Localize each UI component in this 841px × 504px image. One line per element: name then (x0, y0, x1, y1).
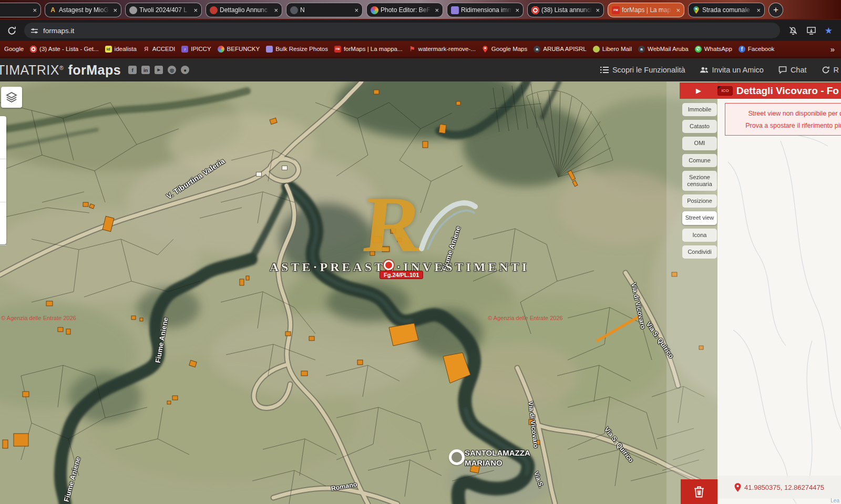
befunky-favicon (371, 6, 378, 14)
bookmark-item[interactable]: ✆WhatsApp (695, 46, 732, 53)
tab-icona[interactable]: Icona (682, 229, 717, 242)
blog-icon[interactable]: ● (181, 66, 189, 74)
browser-tab[interactable]: A Astagest by MioG × (45, 3, 121, 17)
tab-close-icon[interactable]: × (274, 6, 278, 14)
instagram-icon[interactable]: ◎ (168, 66, 176, 74)
bookmark-item[interactable]: (3) Aste - Lista - Get... (30, 46, 98, 53)
copyright-watermark: © Agenzia delle Entrate 2026 (488, 315, 563, 321)
tab-close-icon[interactable]: × (676, 6, 680, 14)
parcel-marker-label: Fg.24/PL.101 (380, 271, 423, 279)
bookmark-item[interactable]: aARUBA APISRL (534, 46, 586, 53)
whatsapp-favicon: ✆ (695, 46, 702, 53)
ipiccy-favicon: ♪ (181, 46, 188, 53)
tab-title: Strada comunale (702, 6, 754, 14)
new-tab-button[interactable]: + (768, 3, 783, 17)
subito-favicon (531, 6, 539, 14)
parcel-marker-pin[interactable] (384, 260, 394, 270)
panel-tab-rail: Immobile Catasto OMI Comune Sezione cens… (682, 103, 717, 262)
poi-circle-marker[interactable] (449, 449, 465, 465)
tab-close-icon[interactable]: × (354, 6, 358, 14)
tab-sezione-censuaria[interactable]: Sezione censuaria (682, 171, 717, 191)
delete-marker-button[interactable] (681, 479, 717, 504)
menu-item-chat[interactable]: Chat (778, 66, 807, 74)
tab-street-view[interactable]: Street view (682, 211, 717, 224)
browser-window: mmobili × A Astagest by MioG × Tivoli 20… (0, 0, 841, 504)
browser-tab[interactable]: Strada comunale × (688, 3, 765, 17)
tab-close-icon[interactable]: × (33, 6, 37, 14)
menu-item-funzionalita[interactable]: Scopri le Funzionalità (600, 66, 685, 74)
bookmark-item[interactable]: ⚑watermark-remove-... (409, 46, 476, 53)
bookmark-item[interactable]: Bulk Resize Photos (266, 46, 328, 53)
bookmark-item[interactable]: Google Maps (482, 46, 527, 53)
tab-comune[interactable]: Comune (682, 154, 717, 167)
tab-close-icon[interactable]: × (596, 6, 600, 14)
reload-icon[interactable] (7, 26, 17, 36)
tab-immobile[interactable]: Immobile (682, 103, 717, 116)
bookmarks-overflow-chevron[interactable]: » (830, 45, 837, 54)
panel-title: Dettagli Vicovaro - Fo (736, 85, 839, 97)
road-marker (282, 166, 288, 170)
list-icon (600, 66, 609, 74)
tab-close-icon[interactable]: × (515, 6, 519, 14)
browser-tab[interactable]: Ridimensiona imm × (447, 3, 524, 17)
browser-tab-active[interactable]: FM forMaps | La map × (608, 3, 684, 17)
bookmark-star-icon[interactable]: ★ (825, 26, 833, 35)
install-app-icon[interactable] (806, 26, 816, 35)
tab-close-icon[interactable]: × (113, 6, 117, 14)
browser-tab[interactable]: mmobili × (0, 3, 41, 17)
bookmark-item[interactable]: aWebMail Aruba (638, 46, 689, 53)
layers-icon (5, 91, 18, 104)
map-toolbar-strip[interactable] (0, 116, 6, 244)
bookmarks-bar: Google (3) Aste - Lista - Get... idideal… (0, 41, 841, 57)
bookmark-item[interactable]: Google (4, 46, 24, 52)
facebook-icon[interactable]: f (128, 66, 137, 74)
tab-title: Ridimensiona imm (461, 6, 513, 14)
formaps-favicon: FM (334, 46, 341, 53)
bookmark-item[interactable]: BEFUNCKY (218, 46, 260, 53)
tab-condividi[interactable]: Condividi (682, 245, 717, 259)
leaflet-attribution-link[interactable]: Lea (830, 498, 839, 503)
notifications-blocked-icon[interactable] (788, 26, 798, 35)
warning-line: Prova a spostare il riferimento più vici… (725, 122, 841, 129)
browser-tab[interactable]: Dettaglio Annunc × (206, 3, 282, 17)
tune-icon[interactable] (30, 27, 38, 35)
tab-omi[interactable]: OMI (682, 137, 717, 150)
linkedin-icon[interactable]: in (141, 66, 150, 74)
panel-collapse-arrow-icon[interactable]: ▶ (680, 87, 717, 95)
browser-tab[interactable]: N × (286, 3, 363, 17)
tab-posizione[interactable]: Posizione (682, 194, 717, 208)
bookmark-item[interactable]: Libero Mail (593, 46, 632, 53)
browser-tab[interactable]: (38) Lista annunci × (527, 3, 604, 17)
address-bar[interactable]: formaps.it (24, 23, 780, 38)
toolbar-actions: ★ (788, 26, 833, 35)
location-pin-icon (734, 483, 741, 492)
bookmark-item[interactable]: FMforMaps | La mappa... (334, 46, 403, 53)
menu-item-invita[interactable]: Invita un Amico (700, 66, 764, 74)
browser-tab[interactable]: Photo Editor: BeF × (366, 3, 443, 17)
tab-close-icon[interactable]: × (435, 6, 439, 14)
tab-title: N (300, 6, 352, 14)
tab-close-icon[interactable]: × (756, 6, 761, 14)
tab-strip: mmobili × A Astagest by MioG × Tivoli 20… (0, 0, 841, 19)
browser-tab[interactable]: Tivoli 2024/407 L × (125, 3, 202, 17)
bookmark-item[interactable]: ♪IPICCY (181, 46, 211, 53)
tab-close-icon[interactable]: × (193, 6, 198, 14)
tab-title: (38) Lista annunci (541, 6, 593, 14)
streetview-warning: Street view non disponibile per questa P… (725, 103, 841, 136)
bookmark-item[interactable]: ЯACCEDI (143, 46, 175, 53)
layers-button[interactable] (1, 87, 22, 108)
refresh-icon (822, 66, 830, 74)
youtube-icon[interactable]: ▶ (155, 66, 163, 74)
libero-favicon (593, 46, 600, 53)
astagest-favicon: A (49, 6, 57, 14)
tab-catasto[interactable]: Catasto (682, 120, 717, 133)
menu-item-refresh[interactable]: R (822, 66, 839, 74)
tab-title: forMaps | La map (622, 6, 674, 14)
tab-title: Astagest by MioG (59, 6, 111, 14)
bookmark-item[interactable]: ididealista (105, 46, 137, 53)
aruba-favicon: a (534, 46, 540, 53)
bookmark-item[interactable]: fFacebook (739, 46, 775, 53)
browser-toolbar: formaps.it ★ (0, 19, 841, 41)
chat-icon (778, 66, 787, 74)
idealista-favicon: id (105, 46, 112, 53)
